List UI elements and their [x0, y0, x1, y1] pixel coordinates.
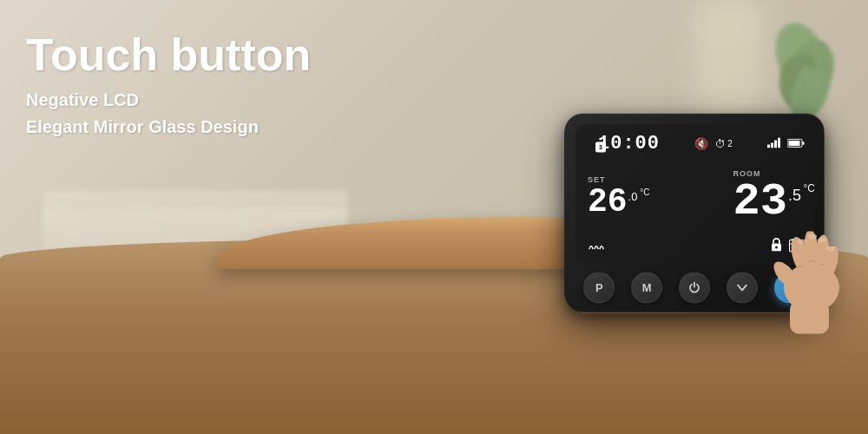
status-bar: 3 10:00 🔇 ⏱2: [584, 133, 805, 155]
svg-rect-6: [788, 141, 799, 146]
set-temp-value: 26: [588, 186, 628, 219]
temperature-section: SET 26 .0 °C ROOM 23 .5 °C: [584, 158, 805, 235]
set-temperature: SET 26 .0 °C: [588, 175, 637, 219]
room-degree-symbol: °C: [804, 182, 815, 194]
svg-rect-1: [771, 142, 773, 148]
subtitle-negative-lcd: Negative LCD: [26, 90, 365, 110]
day-badge: 3: [595, 141, 606, 152]
status-icons: [767, 137, 805, 150]
program-label: P: [595, 281, 603, 294]
set-degree-symbol: °C: [640, 187, 649, 197]
svg-rect-22: [790, 300, 829, 333]
subtitle-mirror-glass: Elegant Mirror Glass Design: [26, 117, 365, 137]
room-temperature: ROOM 23 .5 °C: [733, 169, 801, 225]
power-button[interactable]: [679, 272, 710, 303]
timer-icon: ⏱2: [715, 138, 733, 150]
battery-icon: [787, 138, 805, 149]
svg-rect-3: [778, 137, 780, 148]
svg-point-25: [818, 237, 826, 242]
text-overlay: Touch button Negative LCD Elegant Mirror…: [0, 0, 391, 434]
room-temp-value: 23: [733, 180, 787, 225]
set-temp-decimal: .0: [628, 190, 638, 203]
program-button[interactable]: P: [583, 272, 615, 303]
svg-rect-2: [774, 140, 777, 148]
hand-illustration: [738, 231, 859, 335]
set-label: SET: [588, 175, 606, 184]
main-title: Touch button: [26, 30, 365, 80]
signal-icon: [767, 137, 783, 150]
no-sound-icon: 🔇: [694, 137, 708, 150]
room-temp-decimal: .5: [788, 187, 801, 205]
svg-point-26: [826, 246, 835, 251]
mode-label: M: [642, 281, 652, 294]
mode-button[interactable]: M: [631, 272, 662, 303]
power-icon: [688, 281, 700, 293]
svg-rect-5: [802, 141, 804, 145]
hand-wrapper: [738, 231, 859, 339]
svg-rect-0: [767, 144, 770, 148]
svg-point-23: [798, 239, 806, 244]
thermostat-wrapper: 3 10:00 🔇 ⏱2: [564, 113, 825, 312]
heating-icon: [588, 238, 607, 253]
svg-point-24: [808, 233, 817, 239]
